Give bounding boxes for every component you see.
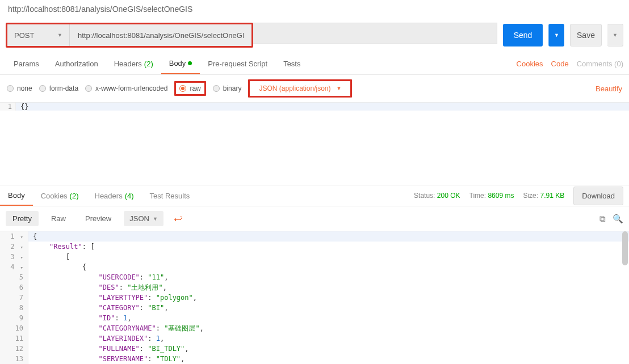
view-preview[interactable]: Preview [78, 211, 118, 226]
request-tabs: Params Authorization Headers (2) Body Pr… [0, 53, 629, 75]
response-line: 13 "SERVERNAME": "TDLY", [0, 354, 629, 364]
code-content: "FULLNAME": "BI_TDLY", [28, 344, 629, 354]
line-number: 3 ▾ [0, 252, 28, 262]
response-body[interactable]: 1 ▾{2 ▾ "Result": [3 ▾ [4 ▾ {5 "USERCODE… [0, 231, 629, 364]
send-button[interactable]: Send [503, 24, 543, 46]
code-content: [ [28, 252, 629, 262]
editor-gutter: 1 [0, 103, 16, 111]
format-select[interactable]: JSON ▼ [124, 211, 163, 226]
code-content: "ID": 1, [28, 313, 629, 323]
code-content: "CATEGORYNAME": "基础图层", [28, 323, 629, 333]
radio-raw[interactable]: raw [179, 84, 200, 92]
search-icon[interactable]: 🔍 [613, 214, 623, 224]
chevron-down-icon: ▼ [337, 86, 342, 91]
request-body-editor[interactable]: 1 {} [0, 103, 629, 185]
tab-tests[interactable]: Tests [275, 53, 308, 74]
line-number: 2 ▾ [0, 242, 28, 252]
radio-none[interactable]: none [7, 84, 32, 92]
chevron-down-icon: ▼ [57, 32, 62, 38]
code-content: "LAYERTTYPE": "polygon", [28, 293, 629, 303]
save-dropdown[interactable]: ▼ [607, 24, 623, 46]
response-line: 7 "LAYERTTYPE": "polygon", [0, 293, 629, 303]
response-line: 6 "DES": "土地利用", [0, 282, 629, 293]
response-line: 10 "CATEGORYNAME": "基础图层", [0, 323, 629, 333]
copy-icon[interactable]: ⧉ [599, 214, 606, 224]
line-number: 7 [0, 293, 28, 303]
view-pretty[interactable]: Pretty [6, 211, 39, 226]
link-code[interactable]: Code [551, 60, 569, 68]
code-content: "CATEGORY": "BI", [28, 303, 629, 313]
radio-formdata[interactable]: form-data [39, 84, 78, 92]
code-content: { [28, 262, 629, 272]
editor-code[interactable]: {} [16, 103, 629, 111]
code-content: "Result": [ [28, 242, 629, 252]
response-line: 8 "CATEGORY": "BI", [0, 303, 629, 313]
code-content: "USERCODE": "11", [28, 272, 629, 282]
line-number: 8 [0, 303, 28, 313]
response-line: 12 "FULLNAME": "BI_TDLY", [0, 344, 629, 354]
url-input[interactable] [70, 24, 251, 46]
method-select[interactable]: POST ▼ [7, 24, 70, 46]
line-number: 4 ▾ [0, 262, 28, 272]
save-button[interactable]: Save [570, 24, 602, 46]
view-raw[interactable]: Raw [44, 211, 73, 226]
download-button[interactable]: Download [573, 187, 623, 205]
view-mode-row: Pretty Raw Preview JSON ▼ ⮐ ⧉ 🔍 [0, 206, 629, 231]
line-number: 1 ▾ [0, 231, 28, 242]
body-modified-dot [188, 61, 192, 65]
line-number: 10 [0, 323, 28, 333]
request-title: http://localhost:8081/analysis/OneGIS/se… [0, 0, 629, 17]
radio-binary[interactable]: binary [213, 84, 242, 92]
line-number: 9 [0, 313, 28, 323]
line-number: 6 [0, 282, 28, 293]
url-input-rest[interactable] [253, 23, 497, 44]
tab-params[interactable]: Params [6, 53, 47, 74]
send-dropdown[interactable]: ▼ [548, 24, 564, 46]
request-row: POST ▼ Send ▼ Save ▼ [0, 17, 629, 53]
code-content: "SERVERNAME": "TDLY", [28, 354, 629, 364]
response-line: 11 "LAYERINDEX": 1, [0, 333, 629, 344]
tab-prerequest[interactable]: Pre-request Script [200, 53, 275, 74]
tab-authorization[interactable]: Authorization [47, 53, 106, 74]
response-line: 5 "USERCODE": "11", [0, 272, 629, 282]
body-type-row: none form-data x-www-form-urlencoded raw… [0, 75, 629, 103]
response-line: 4 ▾ { [0, 262, 629, 272]
response-line: 1 ▾{ [0, 231, 629, 242]
resp-tab-headers[interactable]: Headers (4) [87, 185, 142, 206]
beautify-link[interactable]: Beautify [596, 84, 622, 93]
code-content: "LAYERINDEX": 1, [28, 333, 629, 344]
line-number: 13 [0, 354, 28, 364]
wrap-lines-icon[interactable]: ⮐ [169, 211, 187, 226]
code-content: { [28, 231, 629, 242]
response-line: 9 "ID": 1, [0, 313, 629, 323]
code-content: "DES": "土地利用", [28, 282, 629, 293]
response-tabs: Body Cookies (2) Headers (4) Test Result… [0, 185, 629, 206]
resp-tab-body[interactable]: Body [0, 185, 33, 206]
chevron-down-icon: ▼ [153, 216, 158, 222]
line-number: 5 [0, 272, 28, 282]
response-line: 3 ▾ [ [0, 252, 629, 262]
tab-body[interactable]: Body [161, 53, 200, 74]
resp-tab-cookies[interactable]: Cookies (2) [33, 185, 87, 206]
scrollbar[interactable] [622, 231, 628, 364]
line-number: 12 [0, 344, 28, 354]
method-value: POST [14, 31, 34, 40]
radio-xwww[interactable]: x-www-form-urlencoded [85, 84, 167, 92]
response-line: 2 ▾ "Result": [ [0, 242, 629, 252]
content-type-select[interactable]: JSON (application/json) ▼ [253, 83, 347, 94]
link-comments[interactable]: Comments (0) [577, 60, 623, 68]
resp-tab-tests[interactable]: Test Results [142, 185, 198, 206]
line-number: 11 [0, 333, 28, 344]
tab-headers[interactable]: Headers (2) [106, 53, 161, 74]
link-cookies[interactable]: Cookies [517, 60, 543, 68]
